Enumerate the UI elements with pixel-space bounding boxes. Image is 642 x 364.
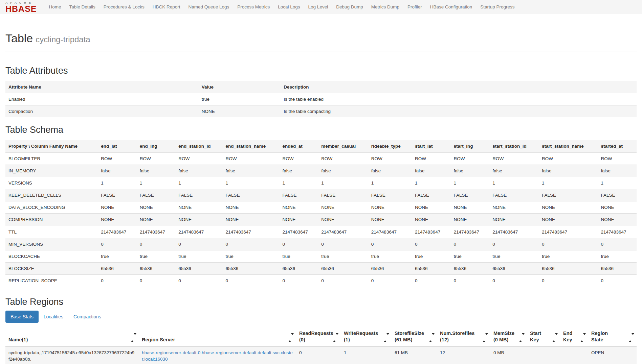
column-header-region-server[interactable]: Region Server bbox=[139, 327, 296, 346]
tab-link-compactions[interactable]: Compactions bbox=[68, 311, 106, 323]
column-header-readrequests-0[interactable]: ReadRequests (0) bbox=[296, 327, 341, 346]
column-header-writerequests-1[interactable]: WriteRequests (1) bbox=[341, 327, 392, 346]
nav-link-debug-dump[interactable]: Debug Dump bbox=[332, 0, 367, 14]
column-header-label: Num.Storefiles (12) bbox=[440, 330, 478, 343]
schema-value: 65536 bbox=[489, 263, 539, 275]
nav-link-metrics-dump[interactable]: Metrics Dump bbox=[367, 0, 403, 14]
nav-link-home[interactable]: Home bbox=[45, 0, 65, 14]
schema-value: 65536 bbox=[137, 263, 176, 275]
schema-value: ROW bbox=[539, 152, 598, 165]
schema-property: BLOOMFILTER bbox=[5, 152, 98, 165]
schema-value: 1 bbox=[223, 177, 280, 189]
nav-item: Local Logs bbox=[274, 0, 304, 14]
sort-down-arrow bbox=[522, 333, 525, 340]
column-header-storefilesize-61-mb[interactable]: StorefileSize (61 MB) bbox=[392, 327, 437, 346]
end-key bbox=[560, 346, 588, 364]
hbase-logo[interactable]: APACHE HBASE bbox=[5, 1, 37, 13]
schema-value: 2147483647 bbox=[451, 226, 490, 238]
schema-row-compression: COMPRESSIONNONENONENONENONENONENONENONEN… bbox=[5, 214, 637, 226]
column-header-num-storefiles-12[interactable]: Num.Storefiles (12) bbox=[437, 327, 490, 346]
schema-value: FALSE bbox=[368, 189, 412, 201]
schema-value: 2147483647 bbox=[280, 226, 318, 238]
sort-icon[interactable] bbox=[333, 335, 338, 341]
regions-header-row: Name(1)Region ServerReadRequests (0)Writ… bbox=[5, 327, 637, 346]
region-server-link[interactable]: hbase-regionserver-default-0.hbase-regio… bbox=[142, 350, 293, 362]
cell: Is the table enabled bbox=[281, 93, 637, 105]
column-header-end-key[interactable]: End Key bbox=[560, 327, 588, 346]
schema-value: 0 bbox=[598, 238, 637, 250]
regions-tabs: Base StatsLocalitiesCompactions bbox=[5, 311, 637, 323]
column-header-property-column-family-name: Property \ Column Family Name bbox=[5, 140, 98, 152]
column-header-name-1[interactable]: Name(1) bbox=[5, 327, 139, 346]
schema-value: ROW bbox=[223, 152, 280, 165]
nav-link-log-level[interactable]: Log Level bbox=[304, 0, 332, 14]
tab-link-localities[interactable]: Localities bbox=[39, 311, 68, 323]
nav-link-hbck-report[interactable]: HBCK Report bbox=[149, 0, 184, 14]
nav-link-startup-progress[interactable]: Startup Progress bbox=[476, 0, 518, 14]
schema-value: 1 bbox=[489, 177, 539, 189]
schema-property: MIN_VERSIONS bbox=[5, 238, 98, 250]
sort-icon[interactable] bbox=[483, 335, 488, 341]
sort-up-arrow bbox=[384, 335, 386, 342]
schema-value: false bbox=[318, 165, 368, 177]
schema-value: NONE bbox=[280, 201, 318, 214]
column-header-start-key[interactable]: Start Key bbox=[527, 327, 560, 346]
sort-icon[interactable] bbox=[519, 335, 525, 341]
schema-value: ROW bbox=[175, 152, 222, 165]
nav-link-local-logs[interactable]: Local Logs bbox=[274, 0, 304, 14]
schema-value: NONE bbox=[368, 201, 412, 214]
schema-value: 0 bbox=[223, 238, 280, 250]
sort-icon[interactable] bbox=[580, 335, 586, 341]
column-header-value: Value bbox=[199, 81, 281, 93]
sort-icon[interactable] bbox=[429, 335, 435, 341]
sort-icon[interactable] bbox=[552, 335, 558, 341]
sort-icon[interactable] bbox=[131, 335, 136, 341]
attributes-heading: Table Attributes bbox=[5, 66, 637, 76]
cell: NONE bbox=[199, 105, 281, 118]
column-header-end-lat: end_lat bbox=[98, 140, 137, 152]
nav-link-profiler[interactable]: Profiler bbox=[403, 0, 426, 14]
schema-value: 0 bbox=[451, 275, 490, 287]
column-header-label: ReadRequests (0) bbox=[299, 330, 333, 343]
sort-up-arrow bbox=[131, 335, 134, 342]
nav-link-hbase-configuration[interactable]: HBase Configuration bbox=[426, 0, 477, 14]
column-header-label: Name(1) bbox=[8, 337, 28, 343]
schema-value: false bbox=[489, 165, 539, 177]
sort-up-arrow bbox=[333, 335, 336, 342]
nav-link-named-queue-logs[interactable]: Named Queue Logs bbox=[184, 0, 233, 14]
schema-value: 65536 bbox=[280, 263, 318, 275]
schema-value: FALSE bbox=[318, 189, 368, 201]
nav-link-table-details[interactable]: Table Details bbox=[65, 0, 99, 14]
schema-value: 0 bbox=[539, 275, 598, 287]
nav-link-procedures-locks[interactable]: Procedures & Locks bbox=[99, 0, 149, 14]
schema-value: 1 bbox=[280, 177, 318, 189]
schema-value: 65536 bbox=[318, 263, 368, 275]
nav-item: HBCK Report bbox=[149, 0, 184, 14]
sort-icon[interactable] bbox=[629, 335, 634, 341]
schema-value: 1 bbox=[598, 177, 637, 189]
column-header-region-state[interactable]: Region State bbox=[588, 327, 637, 346]
schema-property: KEEP_DELETED_CELLS bbox=[5, 189, 98, 201]
attributes-row-enabled: EnabledtrueIs the table enabled bbox=[5, 93, 637, 105]
schema-value: 0 bbox=[280, 275, 318, 287]
schema-value: NONE bbox=[489, 201, 539, 214]
column-header-label: End Key bbox=[563, 330, 577, 343]
schema-value: 0 bbox=[368, 275, 412, 287]
schema-value: 65536 bbox=[451, 263, 490, 275]
column-header-memsize-0-mb[interactable]: MemSize (0 MB) bbox=[490, 327, 527, 346]
nav-link-process-metrics[interactable]: Process Metrics bbox=[233, 0, 274, 14]
schema-value: false bbox=[412, 165, 451, 177]
nav-item: Named Queue Logs bbox=[184, 0, 233, 14]
schema-heading: Table Schema bbox=[5, 125, 637, 135]
sort-icon[interactable] bbox=[384, 335, 389, 341]
schema-property: BLOCKSIZE bbox=[5, 263, 98, 275]
schema-value: 65536 bbox=[223, 263, 280, 275]
schema-value: true bbox=[280, 250, 318, 262]
nav-item: Procedures & Locks bbox=[99, 0, 149, 14]
schema-value: 2147483647 bbox=[489, 226, 539, 238]
sort-down-arrow bbox=[485, 333, 488, 340]
schema-value: NONE bbox=[175, 214, 222, 226]
sort-icon[interactable] bbox=[288, 335, 294, 341]
schema-value: 1 bbox=[175, 177, 222, 189]
tab-link-base-stats[interactable]: Base Stats bbox=[5, 311, 39, 323]
